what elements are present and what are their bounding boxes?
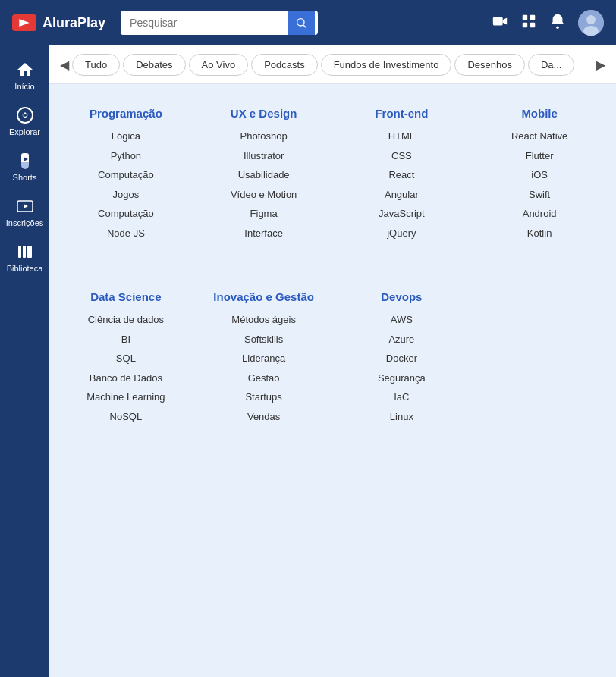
item-video-motion[interactable]: Vídeo e Motion — [203, 187, 325, 202]
category-datascience: Data Science Ciência de dados BI SQL Ban… — [57, 283, 195, 436]
sidebar-item-explorar[interactable]: Explorar — [0, 99, 49, 144]
logo[interactable]: AluraPlay — [12, 14, 105, 31]
sidebar-label-inicio: Início — [14, 82, 34, 91]
header: AluraPlay — [0, 0, 616, 45]
svg-rect-6 — [530, 14, 535, 19]
shorts-icon — [16, 152, 34, 170]
item-nodejs[interactable]: Node JS — [64, 226, 187, 241]
filter-tab-tudo[interactable]: Tudo — [72, 54, 120, 76]
svg-marker-14 — [22, 112, 28, 115]
category-title-mobile: Mobile — [478, 107, 601, 120]
item-seguranca[interactable]: Segurança — [341, 371, 464, 386]
svg-point-1 — [297, 19, 304, 26]
item-kotlin[interactable]: Kotlin — [478, 226, 601, 241]
item-sql[interactable]: SQL — [64, 351, 187, 366]
svg-marker-19 — [24, 204, 28, 208]
item-bi[interactable]: BI — [64, 332, 187, 347]
item-banco-dados[interactable]: Banco de Dados — [64, 371, 187, 386]
item-javascript[interactable]: JavaScript — [341, 206, 464, 221]
category-title-inovacao: Inovação e Gestão — [203, 290, 325, 303]
item-usabilidade[interactable]: Usabilidade — [203, 168, 325, 183]
sidebar: Início Explorar Shorts Inscrições Biblio… — [0, 45, 49, 677]
filter-tab-desenhos[interactable]: Desenhos — [454, 54, 525, 76]
category-inovacao: Inovação e Gestão Métodos ágeis Softskil… — [195, 283, 333, 436]
item-metodos-ageis[interactable]: Métodos ágeis — [203, 312, 325, 328]
category-empty — [470, 283, 608, 436]
item-html[interactable]: HTML — [341, 129, 464, 144]
item-aws[interactable]: AWS — [341, 312, 464, 328]
logo-icon — [12, 14, 36, 31]
svg-marker-4 — [503, 17, 508, 24]
item-react-native[interactable]: React Native — [478, 129, 601, 144]
item-azure[interactable]: Azure — [341, 332, 464, 347]
item-angular[interactable]: Angular — [341, 187, 464, 202]
grid-icon[interactable] — [520, 13, 537, 33]
item-interface[interactable]: Interface — [203, 226, 325, 241]
item-illustrator[interactable]: Illustrator — [203, 149, 325, 164]
category-grid-row1: Programação Lógica Python Computação Jog… — [49, 84, 616, 268]
filter-tab-fundos[interactable]: Fundos de Investimento — [321, 54, 452, 76]
filter-tab-podcasts[interactable]: Podcasts — [251, 54, 317, 76]
video-camera-icon[interactable] — [492, 13, 508, 33]
svg-marker-0 — [19, 19, 29, 27]
category-title-programacao: Programação — [64, 107, 187, 120]
header-right — [492, 10, 604, 36]
filter-tab-debates[interactable]: Debates — [123, 54, 185, 76]
item-ciencia-dados[interactable]: Ciência de dados — [64, 312, 187, 328]
item-machine-learning[interactable]: Machine Learning — [64, 390, 187, 405]
svg-rect-20 — [18, 246, 21, 258]
svg-rect-8 — [530, 22, 535, 27]
item-logica[interactable]: Lógica — [64, 129, 187, 144]
home-icon — [16, 61, 34, 79]
sidebar-label-explorar: Explorar — [9, 127, 40, 136]
item-nosql[interactable]: NoSQL — [64, 409, 187, 425]
filter-tab-aovivo[interactable]: Ao Vivo — [189, 54, 249, 76]
item-css[interactable]: CSS — [341, 149, 464, 164]
category-devops: Devops AWS Azure Docker Segurança IaC Li… — [333, 283, 471, 436]
item-vendas[interactable]: Vendas — [203, 409, 325, 425]
svg-point-9 — [556, 26, 559, 29]
svg-point-11 — [586, 15, 596, 24]
item-docker[interactable]: Docker — [341, 351, 464, 366]
item-ios[interactable]: iOS — [478, 168, 601, 183]
item-android[interactable]: Android — [478, 206, 601, 221]
item-gestao[interactable]: Gestão — [203, 371, 325, 386]
logo-text: AluraPlay — [42, 15, 105, 31]
item-python[interactable]: Python — [64, 149, 187, 164]
item-iac[interactable]: IaC — [341, 390, 464, 405]
library-icon — [16, 243, 34, 261]
item-jquery[interactable]: jQuery — [341, 226, 464, 241]
item-computacao1[interactable]: Computação — [64, 168, 187, 183]
item-flutter[interactable]: Flutter — [478, 149, 601, 164]
item-figma[interactable]: Figma — [203, 206, 325, 221]
sidebar-item-biblioteca[interactable]: Biblioteca — [0, 235, 49, 281]
sidebar-item-inicio[interactable]: Início — [0, 53, 49, 99]
scroll-left-button[interactable]: ◀ — [57, 45, 72, 83]
sidebar-item-inscricoes[interactable]: Inscrições — [0, 190, 49, 235]
item-startups[interactable]: Startups — [203, 390, 325, 405]
filter-tab-more[interactable]: Da... — [528, 54, 574, 76]
sidebar-label-shorts: Shorts — [13, 173, 37, 182]
avatar[interactable] — [578, 10, 604, 36]
item-jogos[interactable]: Jogos — [64, 187, 187, 202]
scroll-right-button[interactable]: ▶ — [593, 45, 608, 83]
search-button[interactable] — [288, 11, 315, 35]
svg-rect-22 — [27, 246, 32, 258]
svg-marker-15 — [22, 115, 28, 118]
category-programacao: Programação Lógica Python Computação Jog… — [57, 99, 195, 252]
item-lideranca[interactable]: Liderança — [203, 351, 325, 366]
item-computacao2[interactable]: Computação — [64, 206, 187, 221]
item-swift[interactable]: Swift — [478, 187, 601, 202]
search-input[interactable] — [121, 11, 288, 35]
item-photoshop[interactable]: Photoshop — [203, 129, 325, 144]
category-frontend: Front-end HTML CSS React Angular JavaScr… — [333, 99, 471, 252]
item-linux[interactable]: Linux — [341, 409, 464, 425]
sidebar-item-shorts[interactable]: Shorts — [0, 144, 49, 190]
notification-icon[interactable] — [549, 13, 566, 33]
item-softskills[interactable]: Softskills — [203, 332, 325, 347]
svg-point-13 — [17, 108, 33, 123]
category-mobile: Mobile React Native Flutter iOS Swift An… — [470, 99, 608, 252]
item-react[interactable]: React — [341, 168, 464, 183]
filter-tabs: Tudo Debates Ao Vivo Podcasts Fundos de … — [72, 48, 593, 82]
category-ux-design: UX e Design Photoshop Illustrator Usabil… — [195, 99, 333, 252]
